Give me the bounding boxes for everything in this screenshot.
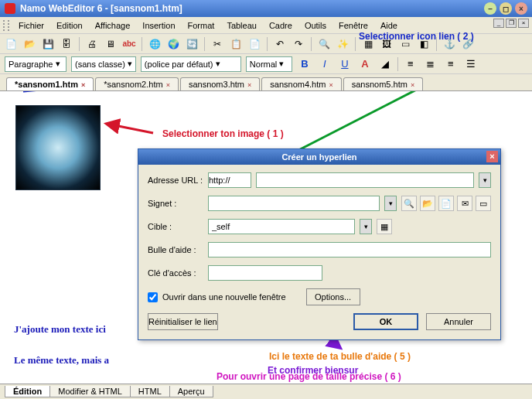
- cible-picker-icon[interactable]: ▦: [377, 219, 392, 234]
- doc-tab-4[interactable]: sansnom4.htm×: [261, 77, 341, 90]
- form-icon[interactable]: ▭: [397, 36, 413, 52]
- link-icon[interactable]: 🔗: [460, 36, 476, 52]
- cle-input[interactable]: [208, 265, 322, 281]
- url-dropdown[interactable]: ▾: [479, 172, 491, 188]
- menubar: Fichier Edition Affichage Insertion Form…: [0, 17, 532, 34]
- menu-insertion[interactable]: Insertion: [136, 19, 181, 32]
- browse-folder-icon[interactable]: 🔍: [401, 196, 417, 211]
- view-tab-html[interactable]: HTML: [130, 386, 170, 397]
- view-tab-modifier-html[interactable]: Modifier & HTML: [49, 386, 131, 397]
- class-combo[interactable]: (sans classe) ▾: [71, 56, 136, 72]
- view-tab-apercu[interactable]: Aperçu: [169, 386, 213, 397]
- close-button[interactable]: ×: [515, 2, 527, 15]
- doc-tab-3[interactable]: sansnom3.htm×: [180, 77, 260, 90]
- document-text-2[interactable]: Le même texte, mais a: [14, 354, 109, 367]
- wizard-icon[interactable]: ✨: [335, 36, 350, 52]
- list-button[interactable]: ☰: [463, 56, 479, 72]
- align-left-button[interactable]: ≡: [403, 56, 418, 72]
- protocol-combo[interactable]: [208, 172, 251, 188]
- font-color-button[interactable]: A: [357, 56, 373, 72]
- mdi-close[interactable]: ×: [518, 19, 529, 28]
- minimize-button[interactable]: –: [484, 2, 496, 15]
- align-center-button[interactable]: ≣: [423, 56, 438, 72]
- undo-icon[interactable]: ↶: [272, 36, 288, 52]
- cancel-button[interactable]: Annuler: [426, 313, 491, 330]
- browse-doc-icon[interactable]: 📄: [438, 196, 454, 211]
- align-right-button[interactable]: ≡: [443, 56, 459, 72]
- copy-icon[interactable]: 📋: [228, 36, 244, 52]
- menu-aide[interactable]: Aide: [374, 19, 404, 32]
- menu-cadre[interactable]: Cadre: [263, 19, 298, 32]
- close-icon[interactable]: ×: [81, 81, 85, 89]
- newwindow-checkbox[interactable]: [148, 292, 158, 302]
- menu-outils[interactable]: Outils: [298, 19, 332, 32]
- paragraph-combo[interactable]: Paragraphe ▾: [5, 56, 66, 72]
- cut-icon[interactable]: ✂: [210, 36, 225, 52]
- view-tab-edition[interactable]: Édition: [5, 386, 50, 397]
- main-toolbar: 📄 📂 💾 🗄 🖨 🖥 abc 🌐 🌍 🔄 ✂ 📋 📄 ↶ ↷ 🔍 ✨ ▦ 🖼 …: [0, 34, 532, 54]
- refresh-icon[interactable]: 🔄: [184, 36, 200, 52]
- window-titlebar: Namo WebEditor 6 - [sansnom1.htm] – ◻ ×: [0, 0, 532, 17]
- selected-image[interactable]: [15, 105, 101, 190]
- close-icon[interactable]: ×: [329, 81, 332, 89]
- mdi-restore[interactable]: ❐: [506, 19, 517, 28]
- underline-button[interactable]: U: [337, 56, 353, 72]
- annotation-6: Pour ouvrir une page de taille précise (…: [217, 371, 401, 382]
- close-icon[interactable]: ×: [166, 81, 170, 89]
- highlight-button[interactable]: ◢: [377, 56, 393, 72]
- print-icon[interactable]: 🖨: [84, 36, 100, 52]
- newwindow-label: Ouvrir dans une nouvelle fenêtre: [162, 292, 286, 302]
- dialog-close-button[interactable]: ×: [486, 151, 498, 162]
- browse-mail-icon[interactable]: ✉: [457, 196, 472, 211]
- cible-label: Cible :: [148, 222, 203, 231]
- style-combo[interactable]: Normal ▾: [246, 56, 292, 72]
- doc-tab-2[interactable]: *sansnom2.htm×: [95, 77, 179, 90]
- image-icon[interactable]: 🖼: [379, 36, 394, 52]
- cible-input[interactable]: [208, 219, 355, 234]
- doc-tab-1[interactable]: *sansnom1.htm×: [6, 77, 94, 90]
- globe-icon[interactable]: 🌐: [147, 36, 162, 52]
- new-file-icon[interactable]: 📄: [3, 36, 19, 52]
- layer-icon[interactable]: ◧: [416, 36, 431, 52]
- menu-affichage[interactable]: Affichage: [89, 19, 137, 32]
- menu-tableau[interactable]: Tableau: [220, 19, 263, 32]
- document-tabbar: *sansnom1.htm× *sansnom2.htm× sansnom3.h…: [0, 74, 532, 91]
- doc-tab-5[interactable]: sansnom5.htm×: [343, 77, 423, 90]
- redo-icon[interactable]: ↷: [291, 36, 306, 52]
- publish-icon[interactable]: 🌍: [165, 36, 181, 52]
- find-icon[interactable]: 🔍: [316, 36, 332, 52]
- save-icon[interactable]: 💾: [40, 36, 56, 52]
- save-all-icon[interactable]: 🗄: [59, 36, 74, 52]
- mdi-min[interactable]: _: [493, 19, 504, 28]
- reset-link-button[interactable]: Réinitialiser le lien: [148, 313, 218, 330]
- ok-button[interactable]: OK: [353, 313, 418, 330]
- browse-file-icon[interactable]: 📂: [420, 196, 435, 211]
- close-icon[interactable]: ×: [247, 81, 251, 89]
- options-button[interactable]: Options...: [306, 288, 360, 305]
- signet-label: Signet :: [148, 199, 203, 208]
- paste-icon[interactable]: 📄: [247, 36, 262, 52]
- italic-button[interactable]: I: [317, 56, 332, 72]
- close-icon[interactable]: ×: [411, 81, 414, 89]
- signet-dropdown[interactable]: ▾: [384, 196, 397, 211]
- menu-fichier[interactable]: Fichier: [12, 19, 50, 32]
- document-text-1[interactable]: J'ajoute mon texte ici: [14, 323, 106, 336]
- browse-target-icon[interactable]: ▭: [476, 196, 491, 211]
- dialog-titlebar[interactable]: Créer un hyperlien ×: [138, 149, 500, 165]
- window-title: Namo WebEditor 6 - [sansnom1.htm]: [20, 3, 182, 14]
- signet-input[interactable]: [208, 196, 380, 211]
- anchor-icon[interactable]: ⚓: [442, 36, 457, 52]
- table-icon[interactable]: ▦: [360, 36, 376, 52]
- bulle-input[interactable]: [208, 242, 491, 257]
- open-icon[interactable]: 📂: [22, 36, 37, 52]
- menu-edition[interactable]: Edition: [50, 19, 89, 32]
- bold-button[interactable]: B: [297, 56, 312, 72]
- font-combo[interactable]: (police par défaut) ▾: [141, 56, 241, 72]
- cible-dropdown[interactable]: ▾: [360, 219, 372, 234]
- menu-fenetre[interactable]: Fenêtre: [332, 19, 374, 32]
- preview-icon[interactable]: 🖥: [103, 36, 118, 52]
- url-input[interactable]: [256, 172, 474, 188]
- spellcheck-icon[interactable]: abc: [121, 36, 137, 52]
- menu-format[interactable]: Format: [182, 19, 221, 32]
- maximize-button[interactable]: ◻: [500, 2, 512, 15]
